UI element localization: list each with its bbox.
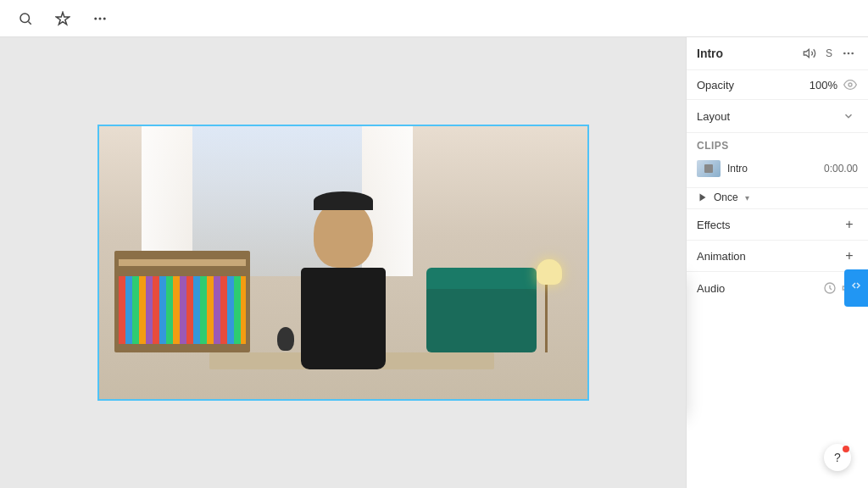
help-button[interactable]: ? <box>824 444 851 471</box>
s-badge: S <box>826 47 832 59</box>
once-chevron-icon[interactable]: ▾ <box>745 193 749 202</box>
svg-rect-9 <box>704 164 713 173</box>
layout-label: Layout <box>697 110 839 123</box>
audio-section-row: Audio Audio repair › <box>687 271 868 304</box>
opacity-row: Opacity 100% <box>687 70 868 100</box>
svg-marker-10 <box>700 194 706 202</box>
more-options-icon[interactable] <box>88 7 112 30</box>
person <box>292 200 394 369</box>
mouse-decoration <box>277 327 294 351</box>
eye-icon[interactable] <box>843 77 858 92</box>
animation-label: Animation <box>697 250 841 263</box>
effects-label: Effects <box>697 219 841 231</box>
clip-item[interactable]: Intro 0:00.00 <box>697 157 858 180</box>
video-container[interactable] <box>97 125 589 401</box>
lamp-decoration <box>537 259 562 352</box>
clip-time: 0:00.00 <box>824 163 858 175</box>
help-label: ? <box>834 451 841 464</box>
clip-thumbnail <box>697 160 721 177</box>
svg-point-0 <box>20 14 30 23</box>
svg-point-3 <box>99 17 102 19</box>
svg-line-1 <box>28 21 31 24</box>
clip-name: Intro <box>727 163 817 175</box>
svg-point-8 <box>849 83 852 86</box>
clips-title: Clips <box>697 140 858 152</box>
opacity-value: 100% <box>810 79 837 92</box>
once-row[interactable]: Once ▾ <box>687 188 868 208</box>
audio-dropdown-menu: Audio repair › Dynamics › EQ › Creative … <box>686 272 687 416</box>
svg-point-2 <box>94 17 97 19</box>
header-icons: S <box>800 44 858 63</box>
person-head <box>314 200 373 268</box>
sparkle-icon[interactable] <box>51 7 75 30</box>
opacity-label: Opacity <box>697 79 810 92</box>
animation-section-row: Animation + <box>687 240 868 271</box>
audio-timer-icon[interactable] <box>821 279 839 297</box>
intro-header: Intro S <box>687 37 868 70</box>
blue-scroll-handle[interactable] <box>844 269 868 307</box>
add-effects-icon[interactable]: + <box>841 216 858 233</box>
svg-point-6 <box>848 53 850 55</box>
notification-dot <box>843 446 849 452</box>
sofa-decoration <box>426 285 537 352</box>
intro-title: Intro <box>697 47 800 60</box>
add-animation-icon[interactable]: + <box>841 247 858 264</box>
effects-section-row: Effects + <box>687 208 868 240</box>
chevron-down-icon[interactable] <box>839 107 858 125</box>
layout-row[interactable]: Layout <box>687 100 868 133</box>
svg-point-4 <box>103 17 106 19</box>
video-placeholder <box>99 126 587 399</box>
play-icon <box>697 191 709 203</box>
audio-label: Audio <box>697 282 821 295</box>
once-label: Once <box>714 191 738 203</box>
canvas-area <box>0 37 686 488</box>
svg-point-5 <box>843 53 846 55</box>
svg-point-7 <box>851 53 854 55</box>
bookshelf-decoration <box>114 251 250 352</box>
clips-section: Clips Intro 0:00.00 <box>687 133 868 188</box>
audio-icon[interactable] <box>800 44 819 63</box>
more-menu-icon[interactable] <box>839 44 858 63</box>
search-icon[interactable] <box>14 7 37 30</box>
toolbar <box>0 0 868 37</box>
main-area: Intro S Opacity 10 <box>0 37 868 488</box>
person-torso <box>301 268 386 369</box>
right-panel: Intro S Opacity 10 <box>686 37 868 488</box>
